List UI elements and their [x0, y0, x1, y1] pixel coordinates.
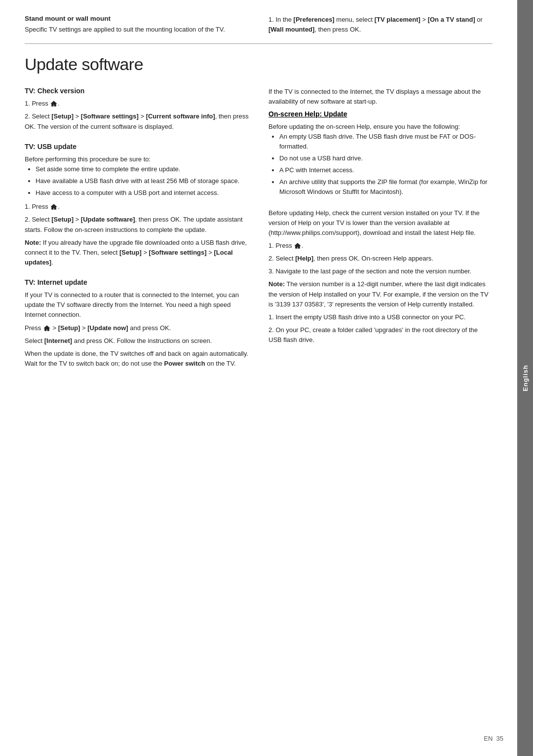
- tv-stand-bracket: [On a TV stand]: [428, 16, 475, 23]
- usb-bullet-list: Set aside some time to complete the enti…: [25, 164, 249, 198]
- help-bullet-3: A PC with Internet access.: [279, 165, 493, 175]
- home-icon-2: [50, 203, 58, 210]
- tv-check-version-title: TV: Check version: [25, 87, 249, 95]
- help-step3: 3. Navigate to the last page of the sect…: [268, 266, 493, 276]
- internet-para1: If your TV is connected to a router that…: [25, 290, 249, 320]
- sidebar-tab-label: English: [522, 365, 529, 391]
- sidebar-tab: English: [517, 0, 533, 756]
- onscreen-help-section: On-screen Help: Update Before updating t…: [268, 110, 493, 197]
- top-left: Stand mount or wall mount Specific TV se…: [25, 15, 249, 35]
- footer-page: 35: [496, 735, 503, 742]
- top-right: 1. In the [Preferences] menu, select [TV…: [268, 15, 493, 35]
- tv-usb-update-title: TV: USB update: [25, 143, 249, 151]
- usb-bullet-1: Set aside some time to complete the enti…: [36, 164, 249, 174]
- check-step1: 1. Press .: [25, 99, 249, 109]
- tv-check-version-section: TV: Check version 1. Press . 2. Select […: [25, 87, 249, 131]
- preferences-bracket: [Preferences]: [294, 16, 335, 23]
- page-footer: EN 35: [484, 735, 503, 742]
- col-right: If the TV is connected to the Internet, …: [268, 87, 493, 726]
- tv-usb-update-section: TV: USB update Before performing this pr…: [25, 143, 249, 267]
- internet-para2: Select [Internet] and press OK. Follow t…: [25, 336, 249, 346]
- help-bullet-list: An empty USB flash drive. The USB flash …: [268, 132, 493, 197]
- help-bullet-1: An empty USB flash drive. The USB flash …: [279, 132, 493, 151]
- right-intro: If the TV is connected to the Internet, …: [268, 87, 493, 107]
- tv-internet-update-title: TV: Internet update: [25, 278, 249, 286]
- internet-para3: When the update is done, the TV switches…: [25, 349, 249, 369]
- help-step1: 1. Press .: [268, 241, 493, 251]
- tv-placement-bracket: [TV placement]: [375, 16, 420, 23]
- help-step2: 2. Select [Help], then press OK. On-scre…: [268, 254, 493, 264]
- internet-press-home: Press > [Setup] > [Update now] and press…: [25, 323, 249, 333]
- help-bullet-4: An archive utility that supports the ZIP…: [279, 177, 493, 197]
- top-section: Stand mount or wall mount Specific TV se…: [25, 15, 493, 35]
- wall-mounted-bracket: [Wall mounted]: [268, 26, 314, 33]
- home-icon-3: [43, 325, 51, 332]
- help-final-step1: 1. Insert the empty USB flash drive into…: [268, 312, 493, 322]
- two-col-layout: TV: Check version 1. Press . 2. Select […: [25, 87, 493, 726]
- usb-step1: 1. Press .: [25, 202, 249, 212]
- page-title: Update software: [25, 55, 493, 74]
- home-icon-1: [50, 100, 58, 107]
- main-content: Stand mount or wall mount Specific TV se…: [0, 0, 517, 756]
- stand-mount-body: Specific TV settings are applied to suit…: [25, 25, 249, 35]
- usb-note: Note: If you already have the upgrade fi…: [25, 238, 249, 267]
- usb-bullet-2: Have available a USB flash drive with at…: [36, 176, 249, 186]
- help-version-para: Before updating Help, check the current …: [268, 208, 493, 238]
- stand-mount-title: Stand mount or wall mount: [25, 15, 249, 22]
- check-step2: 2. Select [Setup] > [Software settings] …: [25, 112, 249, 131]
- tv-internet-update-section: TV: Internet update If your TV is connec…: [25, 278, 249, 369]
- usb-step2: 2. Select [Setup] > [Update software], t…: [25, 215, 249, 234]
- usb-bullet-3: Have access to a computer with a USB por…: [36, 188, 249, 198]
- page-wrapper: Stand mount or wall mount Specific TV se…: [0, 0, 533, 756]
- footer-label: EN: [484, 735, 493, 742]
- home-icon-4: [294, 242, 302, 249]
- help-intro: Before updating the on-screen Help, ensu…: [268, 122, 493, 132]
- onscreen-help-title: On-screen Help: Update: [268, 110, 493, 118]
- help-final-step2: 2. On your PC, create a folder called 'u…: [268, 325, 493, 345]
- help-note: Note: The version number is a 12-digit n…: [268, 279, 493, 309]
- usb-intro: Before performing this procedure be sure…: [25, 154, 249, 164]
- help-bullet-2: Do not use a USB hard drive.: [279, 153, 493, 163]
- section-divider: [25, 43, 493, 44]
- preferences-text: 1. In the [Preferences] menu, select [TV…: [268, 15, 493, 35]
- col-left: TV: Check version 1. Press . 2. Select […: [25, 87, 249, 726]
